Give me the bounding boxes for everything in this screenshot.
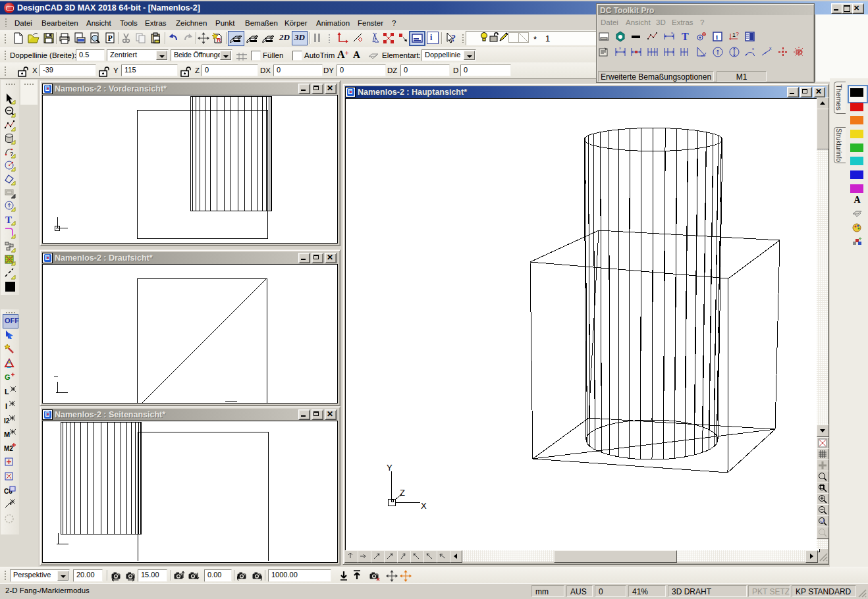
- svg-text:I: I: [5, 402, 7, 410]
- svg-text:?: ?: [736, 31, 739, 38]
- svg-text:x: x: [769, 46, 772, 51]
- svg-text:R: R: [217, 37, 221, 43]
- svg-text:P: P: [108, 34, 113, 43]
- svg-text:T: T: [5, 215, 12, 225]
- svg-text:?: ?: [451, 34, 456, 43]
- svg-text:M2: M2: [4, 445, 13, 452]
- svg-text:Y: Y: [387, 463, 393, 473]
- svg-text:X: X: [421, 501, 427, 511]
- svg-text:x: x: [619, 46, 621, 50]
- svg-text:x: x: [671, 31, 673, 35]
- svg-text:I2: I2: [4, 417, 10, 425]
- svg-text:x: x: [752, 47, 754, 51]
- svg-text:M: M: [4, 430, 10, 438]
- svg-text:T: T: [682, 31, 689, 42]
- svg-text:G: G: [5, 373, 11, 381]
- svg-text:L: L: [5, 388, 9, 396]
- svg-text:i: i: [716, 33, 718, 41]
- svg-text:Z: Z: [400, 488, 405, 498]
